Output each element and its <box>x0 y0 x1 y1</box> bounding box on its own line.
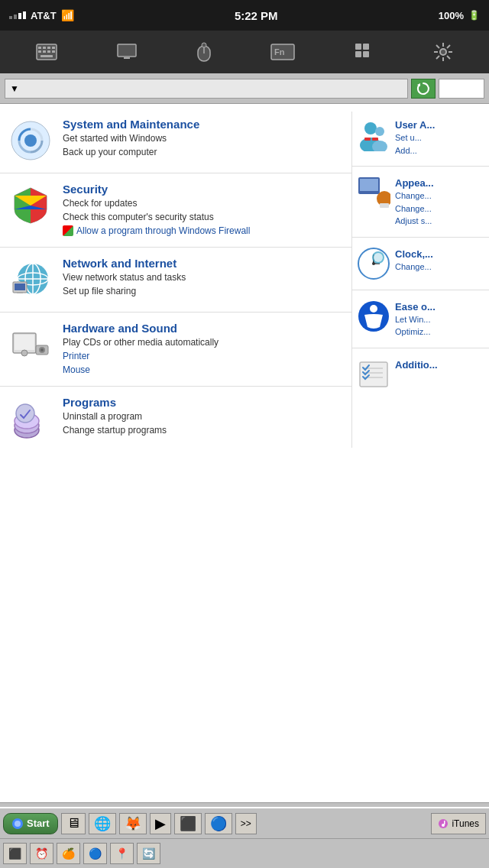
divider-1 <box>0 173 351 173</box>
address-dropdown[interactable]: ▼ <box>5 79 408 99</box>
additional-icon <box>357 358 390 391</box>
security-title[interactable]: Security <box>63 183 108 196</box>
svg-rect-14 <box>202 43 206 47</box>
appearance-link-3[interactable]: Adjust s... <box>395 215 484 228</box>
taskbar-more-button[interactable]: >> <box>235 813 257 834</box>
svg-line-26 <box>436 45 439 48</box>
clock-link[interactable]: Change... <box>395 261 484 274</box>
battery-label: 100% <box>439 10 464 21</box>
system-text: System and Maintenance Get started with … <box>63 118 344 159</box>
divider-r3 <box>352 290 489 290</box>
taskbar-app-clock2[interactable]: ⏰ <box>30 843 53 864</box>
svg-rect-19 <box>355 51 361 57</box>
svg-rect-3 <box>47 47 50 49</box>
appearance-link-2[interactable]: Change... <box>395 202 484 215</box>
mouse-link[interactable]: Mouse <box>63 363 344 377</box>
svg-rect-17 <box>355 44 361 50</box>
security-item: Security Check for updates Check this co… <box>0 177 351 244</box>
clock-title[interactable]: Clock,... <box>395 248 433 260</box>
ease-text: Ease o... Let Win... Optimiz... <box>395 300 484 338</box>
clock-icon <box>357 247 390 280</box>
toolbar: Fn <box>0 31 489 73</box>
user-link-2[interactable]: Add... <box>395 144 484 157</box>
svg-point-42 <box>21 350 28 356</box>
keyboard-icon[interactable] <box>31 39 62 65</box>
taskbar-app-maps[interactable]: 📍 <box>110 843 134 864</box>
additional-text: Additio... <box>395 358 484 371</box>
svg-point-31 <box>24 134 37 147</box>
ease-link-2[interactable]: Optimiz... <box>395 326 484 338</box>
search-input[interactable] <box>439 79 484 99</box>
divider-r1 <box>352 166 489 167</box>
svg-rect-11 <box>124 57 130 59</box>
svg-rect-68 <box>360 362 387 387</box>
taskbar-app-misc[interactable]: 🔵 <box>205 813 232 834</box>
appearance-title[interactable]: Appea... <box>395 177 434 189</box>
carrier-label: AT&T <box>31 10 57 21</box>
refresh-button[interactable] <box>411 79 436 99</box>
hardware-item: Hardware and Sound Play CDs or other med… <box>0 316 351 383</box>
svg-rect-10 <box>118 44 136 57</box>
divider-4 <box>0 386 351 387</box>
signal-bars <box>9 11 26 19</box>
programs-text: Programs Uninstall a program Change star… <box>63 396 344 437</box>
network-title[interactable]: Network and Internet <box>63 257 176 270</box>
hardware-text: Hardware and Sound Play CDs or other med… <box>63 322 344 377</box>
divider-r2 <box>352 237 489 238</box>
address-bar: ▼ <box>0 73 489 104</box>
appearance-link-1[interactable]: Change... <box>395 189 484 202</box>
divider-2 <box>0 247 351 248</box>
svg-point-65 <box>374 253 383 262</box>
settings-icon[interactable] <box>429 37 458 66</box>
user-icon <box>357 118 390 151</box>
ease-link-1[interactable]: Let Win... <box>395 313 484 326</box>
additional-title[interactable]: Additio... <box>395 359 438 371</box>
screen-icon[interactable] <box>112 39 141 65</box>
hardware-title[interactable]: Hardware and Sound <box>63 322 177 335</box>
user-link-1[interactable]: Set u... <box>395 131 484 144</box>
battery-icon: 🔋 <box>468 10 480 21</box>
svg-point-21 <box>440 49 446 55</box>
clock-item: Clock,... Change... <box>352 241 489 287</box>
programs-desc1: Uninstall a program <box>63 410 344 423</box>
appearance-item: Appea... Change... Change... Adjust s... <box>352 170 489 234</box>
svg-rect-4 <box>52 47 55 49</box>
start-label: Start <box>27 818 50 829</box>
taskbar-app-monitor[interactable]: 🖥 <box>61 813 86 834</box>
appearance-text: Appea... Change... Change... Adjust s... <box>395 176 484 228</box>
taskbar-app-cmd2[interactable]: ⬛ <box>3 843 27 864</box>
taskbar-app-media[interactable]: ▶ <box>150 813 171 834</box>
grid-icon[interactable] <box>350 38 377 66</box>
fn-icon[interactable]: Fn <box>266 39 300 65</box>
svg-rect-1 <box>38 47 41 49</box>
printer-link[interactable]: Printer <box>63 349 344 363</box>
taskbar-app-fruit[interactable]: 🍊 <box>57 843 80 864</box>
network-icon <box>8 257 53 303</box>
panel-right-col: User A... Set u... Add... Appe <box>351 112 489 448</box>
svg-point-50 <box>364 122 377 134</box>
taskbar-app-ie[interactable]: 🌐 <box>89 813 116 834</box>
network-item: Network and Internet View network status… <box>0 251 351 309</box>
system-title[interactable]: System and Maintenance <box>63 118 199 131</box>
user-title[interactable]: User A... <box>395 119 435 131</box>
ease-title[interactable]: Ease o... <box>395 301 436 313</box>
itunes-button[interactable]: iTunes <box>431 813 486 834</box>
taskbar-bottom: ⬛ ⏰ 🍊 🔵 📍 🔄 <box>0 839 489 868</box>
svg-rect-39 <box>17 292 23 293</box>
security-text: Security Check for updates Check this co… <box>63 183 344 238</box>
taskbar-app-refresh[interactable]: 🔄 <box>137 843 160 864</box>
start-button[interactable]: Start <box>3 813 58 834</box>
security-desc2: Check this computer's security status <box>63 210 344 224</box>
taskbar-app-cmd[interactable]: ⬛ <box>174 813 202 834</box>
status-left: AT&T 📶 <box>9 9 74 21</box>
firewall-link[interactable]: Allow a program through Windows Firewall <box>63 224 344 238</box>
taskbar-app-chrome[interactable]: 🔵 <box>83 843 107 864</box>
mouse-icon[interactable] <box>193 37 215 66</box>
taskbar-app-firefox[interactable]: 🦊 <box>119 813 147 834</box>
programs-item: Programs Uninstall a program Change star… <box>0 390 351 448</box>
security-desc1: Check for updates <box>63 196 344 210</box>
system-item: System and Maintenance Get started with … <box>0 112 351 170</box>
ease-icon <box>357 300 390 333</box>
network-text: Network and Internet View network status… <box>63 257 344 298</box>
programs-title[interactable]: Programs <box>63 396 116 409</box>
